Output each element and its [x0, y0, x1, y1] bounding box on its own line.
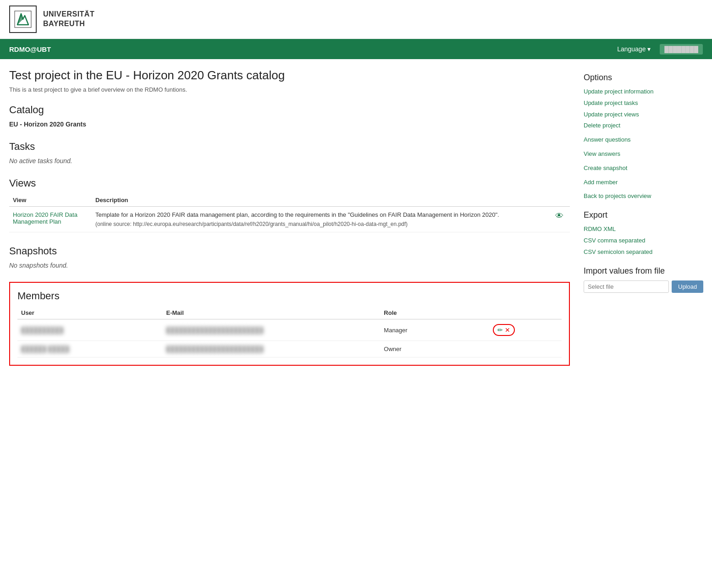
views-section: Views View Description Horizon 2020 FAIR…: [9, 177, 570, 232]
university-name: UNIVERSITÄT BAYREUTH: [43, 10, 94, 29]
navbar: RDMO@UBT Language ████████: [0, 39, 712, 59]
views-table: View Description Horizon 2020 FAIR Data …: [9, 194, 570, 232]
member-actions-1: ✏ ✕: [489, 319, 562, 341]
sidebar-link-create-snapshot[interactable]: Create snapshot: [584, 164, 703, 173]
view-description-cell: Template for a Horizon 2020 FAIR data ma…: [92, 207, 552, 232]
university-logo: [9, 5, 37, 33]
sidebar: Options Update project information Updat…: [584, 68, 703, 366]
member-actions-2: [489, 341, 562, 357]
import-title: Import values from file: [584, 266, 703, 276]
tasks-heading: Tasks: [9, 141, 570, 153]
tasks-section: Tasks No active tasks found.: [9, 141, 570, 165]
import-row: Upload: [584, 280, 703, 293]
view-description: Template for a Horizon 2020 FAIR data ma…: [95, 211, 548, 218]
sidebar-link-add-member[interactable]: Add member: [584, 178, 703, 187]
import-section: Import values from file Upload: [584, 266, 703, 293]
view-eye-cell: 👁: [552, 207, 570, 232]
catalog-section: Catalog EU - Horizon 2020 Grants: [9, 104, 570, 128]
page-title: Test project in the EU - Horizon 2020 Gr…: [9, 68, 570, 82]
sidebar-link-view-answers[interactable]: View answers: [584, 149, 703, 159]
member-email-1: ███████████████████████: [163, 319, 381, 341]
members-section: Members User E-Mail Role ██████████ ████…: [9, 282, 570, 366]
views-col-description: Description: [92, 194, 552, 207]
export-title: Export: [584, 210, 703, 220]
snapshots-section: Snapshots No snapshots found.: [9, 245, 570, 269]
catalog-name: EU - Horizon 2020 Grants: [9, 121, 570, 128]
member-role-2: Owner: [380, 341, 489, 357]
view-source: (online source: http://ec.europa.eu/rese…: [95, 221, 548, 227]
snapshots-heading: Snapshots: [9, 245, 570, 257]
view-link[interactable]: Horizon 2020 FAIR Data Management Plan: [13, 211, 77, 225]
sidebar-link-update-views[interactable]: Update project views: [584, 110, 703, 120]
tasks-empty: No active tasks found.: [9, 157, 570, 165]
sidebar-link-update-info[interactable]: Update project information: [584, 87, 703, 97]
sidebar-link-update-tasks[interactable]: Update project tasks: [584, 99, 703, 108]
member-action-icons: ✏ ✕: [493, 324, 515, 336]
members-col-email: E-Mail: [163, 307, 381, 319]
member-role-1: Manager: [380, 319, 489, 341]
views-heading: Views: [9, 177, 570, 189]
sidebar-link-answer-questions[interactable]: Answer questions: [584, 135, 703, 145]
member-edit-icon[interactable]: ✏: [497, 326, 503, 334]
snapshots-empty: No snapshots found.: [9, 262, 570, 269]
member-user-1: ██████████: [17, 319, 163, 341]
sidebar-link-rdmo-xml[interactable]: RDMO XML: [584, 225, 703, 234]
members-col-role: Role: [380, 307, 489, 319]
eye-icon[interactable]: 👁: [555, 211, 563, 220]
view-link-cell[interactable]: Horizon 2020 FAIR Data Management Plan: [9, 207, 92, 232]
member-row-1: ██████████ ███████████████████████ Manag…: [17, 319, 562, 341]
member-row-2: ██████ █████ ███████████████████████ Own…: [17, 341, 562, 357]
members-col-user: User: [17, 307, 163, 319]
members-heading: Members: [17, 290, 562, 302]
select-file-input[interactable]: [584, 280, 669, 293]
sidebar-link-csv-comma[interactable]: CSV comma separated: [584, 236, 703, 246]
options-title: Options: [584, 73, 703, 82]
sidebar-link-back-projects[interactable]: Back to projects overview: [584, 192, 703, 201]
views-col-view: View: [9, 194, 92, 207]
sidebar-link-csv-semicolon[interactable]: CSV semicolon separated: [584, 247, 703, 257]
member-email-2: ███████████████████████: [163, 341, 381, 357]
content-area: Test project in the EU - Horizon 2020 Gr…: [9, 68, 570, 366]
nav-user: ████████: [660, 44, 703, 55]
language-dropdown[interactable]: Language: [617, 45, 651, 53]
upload-button[interactable]: Upload: [672, 280, 703, 293]
member-user-2: ██████ █████: [17, 341, 163, 357]
catalog-heading: Catalog: [9, 104, 570, 116]
main-wrapper: Test project in the EU - Horizon 2020 Gr…: [0, 59, 712, 375]
logo-bar: UNIVERSITÄT BAYREUTH: [0, 0, 712, 39]
page-description: This is a test project to give a brief o…: [9, 86, 570, 93]
views-row: Horizon 2020 FAIR Data Management Plan T…: [9, 207, 570, 232]
sidebar-link-delete-project[interactable]: Delete project: [584, 121, 703, 131]
nav-brand: RDMO@UBT: [9, 45, 51, 53]
members-table: User E-Mail Role ██████████ ████████████…: [17, 307, 562, 357]
nav-right: Language ████████: [617, 44, 703, 55]
member-delete-icon[interactable]: ✕: [505, 326, 510, 334]
